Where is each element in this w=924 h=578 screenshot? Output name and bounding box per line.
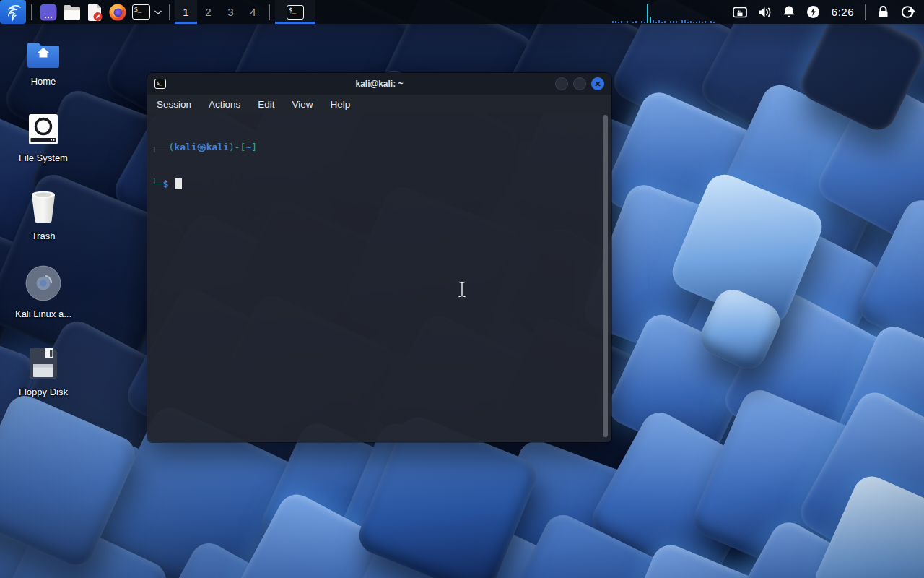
- menu-edit[interactable]: Edit: [258, 99, 274, 110]
- panel-separator: [865, 4, 866, 20]
- lock-screen-button[interactable]: [871, 0, 895, 24]
- scrollbar-thumb[interactable]: [603, 115, 608, 437]
- desktop-icon-home[interactable]: Home: [7, 39, 79, 87]
- chevron-down-icon: [154, 9, 162, 15]
- power-manager[interactable]: [801, 0, 826, 24]
- desktop-icon-label: Kali Linux a...: [15, 309, 71, 319]
- workspace-4-label: 4: [250, 6, 256, 18]
- window-title: kali@kali: ~: [147, 79, 611, 89]
- window-titlebar[interactable]: $_ kali@kali: ~ ✕: [147, 73, 611, 95]
- app-grid-icon: [39, 3, 58, 22]
- menu-actions[interactable]: Actions: [209, 99, 240, 110]
- terminal-output-area[interactable]: ┌──(kali㉿kali)-[~] └─$: [147, 113, 611, 443]
- logout-icon: [900, 5, 915, 20]
- panel-separator: [169, 4, 170, 20]
- maximize-button[interactable]: [573, 77, 586, 90]
- file-manager-icon: [62, 4, 82, 21]
- minimize-button[interactable]: [555, 77, 568, 90]
- network-icon: [733, 7, 747, 18]
- desktop-icon-file-system[interactable]: File System: [7, 113, 79, 163]
- workspace-1[interactable]: 1: [175, 0, 197, 24]
- desktop-icon-label: Home: [31, 76, 56, 87]
- menu-view[interactable]: View: [292, 99, 313, 110]
- terminal-icon: $_: [132, 4, 150, 20]
- terminal-cursor: [175, 178, 182, 189]
- launcher-app-grid[interactable]: [37, 0, 60, 24]
- kali-dragon-icon: [4, 3, 22, 22]
- desktop-icon-label: Floppy Disk: [19, 387, 68, 397]
- menu-help[interactable]: Help: [331, 99, 351, 110]
- file-system-drive-icon: [27, 113, 59, 146]
- terminal-menubar: Session Actions Edit View Help: [147, 95, 611, 113]
- floppy-disk-icon: [28, 347, 58, 380]
- home-folder-icon: [26, 39, 61, 69]
- launcher-text-editor[interactable]: [83, 0, 106, 24]
- bell-icon: [783, 5, 796, 19]
- workspace-1-label: 1: [183, 6, 188, 18]
- desktop-icon-label: Trash: [32, 230, 56, 241]
- terminal-icon: $_: [154, 79, 166, 89]
- lock-icon: [877, 5, 889, 19]
- power-icon: [806, 5, 820, 19]
- prompt-line-2: └─$: [152, 178, 607, 190]
- firefox-icon: [108, 3, 127, 22]
- workspace-4[interactable]: 4: [242, 0, 264, 24]
- panel-separator: [269, 4, 270, 20]
- text-editor-icon: [86, 3, 103, 22]
- close-icon: ✕: [594, 80, 601, 88]
- workspace-2-label: 2: [205, 6, 211, 18]
- workspace-3-label: 3: [227, 6, 233, 18]
- kali-menu-button[interactable]: [0, 0, 26, 24]
- desktop-icon-kali-disc[interactable]: Kali Linux a...: [7, 264, 79, 319]
- prompt-line-1: ┌──(kali㉿kali)-[~]: [152, 141, 607, 153]
- desktop-icon-floppy-disk[interactable]: Floppy Disk: [7, 347, 79, 397]
- menu-session[interactable]: Session: [157, 99, 191, 110]
- clock[interactable]: 6:26: [826, 6, 860, 18]
- launcher-firefox[interactable]: [106, 0, 129, 24]
- disc-icon: [25, 264, 62, 302]
- cpu-graph-widget[interactable]: [612, 0, 720, 24]
- volume-icon: [757, 6, 772, 19]
- workspace-2[interactable]: 2: [197, 0, 219, 24]
- logout-button[interactable]: [895, 0, 920, 24]
- top-panel: $_ 1 2 3 4 $_: [0, 0, 924, 24]
- workspace-3[interactable]: 3: [219, 0, 242, 24]
- terminal-window: $_ kali@kali: ~ ✕ Session Actions Edit V…: [147, 72, 612, 443]
- trash-icon: [28, 189, 58, 224]
- network-indicator[interactable]: [728, 0, 752, 24]
- volume-control[interactable]: [752, 0, 777, 24]
- desktop-icon-label: File System: [19, 152, 68, 163]
- panel-separator: [31, 4, 32, 20]
- desktop-icon-trash[interactable]: Trash: [7, 189, 79, 241]
- terminal-launcher-dropdown[interactable]: [152, 0, 164, 24]
- terminal-icon: $_: [287, 5, 304, 20]
- launcher-file-manager[interactable]: [60, 0, 83, 24]
- close-button[interactable]: ✕: [591, 77, 604, 90]
- launcher-terminal[interactable]: $_: [129, 0, 152, 24]
- notifications[interactable]: [777, 0, 801, 24]
- taskbar-terminal-window-button[interactable]: $_: [275, 0, 315, 24]
